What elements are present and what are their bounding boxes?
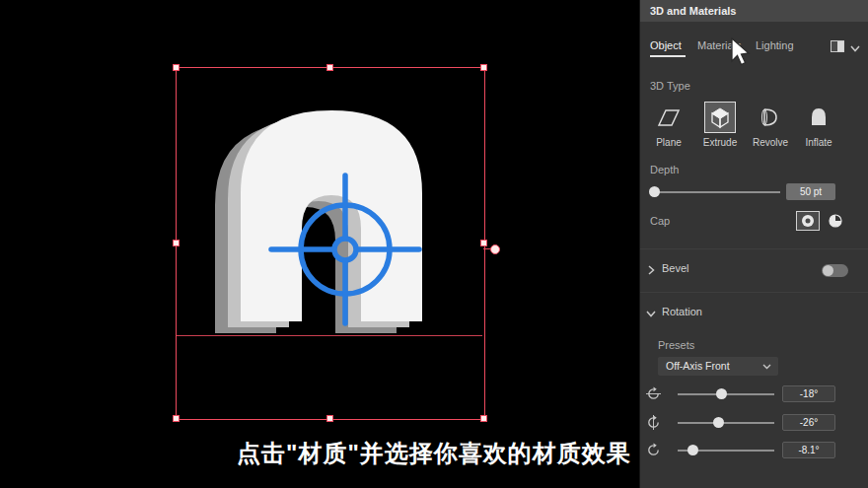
tab-object[interactable]: Object <box>650 39 682 51</box>
rotate-y-value-field[interactable]: -26° <box>782 414 835 431</box>
panel-chevron-down-icon[interactable] <box>850 45 860 52</box>
cap-solid-button[interactable] <box>796 211 820 231</box>
rotate-y-icon <box>646 415 661 430</box>
rotation-label: Rotation <box>662 306 702 317</box>
selection-inner-line <box>177 335 482 336</box>
selection-handle-middle-right[interactable] <box>480 240 487 246</box>
selection-handle-top-center[interactable] <box>326 64 333 71</box>
revolve-icon <box>759 105 782 129</box>
type-option-label: Extrude <box>697 137 743 148</box>
separator <box>640 292 868 293</box>
rotate-y-slider-track[interactable] <box>678 422 774 424</box>
depth-label: Depth <box>650 164 679 175</box>
type-option-revolve[interactable]: Revolve <box>748 102 793 148</box>
selection-handle-middle-left[interactable] <box>173 240 180 246</box>
bevel-toggle[interactable] <box>822 264 848 277</box>
rotate-x-icon <box>646 386 661 401</box>
inflate-icon <box>808 105 830 129</box>
cap-hollow-button[interactable] <box>824 211 847 231</box>
dropdown-chevron-down-icon <box>762 364 771 370</box>
type-option-inflate[interactable]: Inflate <box>796 102 841 148</box>
cap-hollow-icon <box>828 213 843 229</box>
depth-slider-row: 50 pt <box>640 183 868 201</box>
panel-title: 3D and Materials <box>650 0 736 22</box>
bevel-chevron-right-icon[interactable] <box>648 265 655 275</box>
artboard-canvas[interactable]: 点击"材质"并选择你喜欢的材质效果 <box>0 0 639 488</box>
type-option-label: Plane <box>646 137 691 148</box>
bevel-label: Bevel <box>662 262 689 274</box>
selection-bounding-box[interactable] <box>176 67 485 420</box>
rotate-x-row: -18° <box>640 385 868 403</box>
separator <box>640 248 868 249</box>
selection-handle-top-left[interactable] <box>173 64 180 71</box>
rotation-chevron-down-icon[interactable] <box>646 311 656 317</box>
depth-slider-track[interactable] <box>654 191 780 193</box>
panel-preview-icon[interactable] <box>831 40 845 53</box>
rotation-row: Rotation <box>640 304 868 323</box>
extrude-depth-handle[interactable] <box>490 244 500 254</box>
rotate-y-slider-thumb[interactable] <box>713 417 724 428</box>
rotate-z-icon <box>646 443 661 457</box>
panel-3d-and-materials: 3D and Materials Object Materials Lighti… <box>639 0 868 488</box>
selection-handle-bottom-center[interactable] <box>326 415 333 422</box>
extrude-icon <box>708 105 732 129</box>
plane-icon <box>656 106 682 128</box>
active-tab-underline <box>650 55 686 57</box>
bevel-row: Bevel <box>640 260 868 280</box>
presets-label: Presets <box>658 339 694 351</box>
depth-slider-thumb[interactable] <box>649 186 660 197</box>
bevel-toggle-knob <box>823 265 833 276</box>
tab-lighting[interactable]: Lighting <box>756 39 794 51</box>
cap-label: Cap <box>650 215 670 227</box>
cap-solid-icon <box>800 213 816 229</box>
selection-handle-bottom-right[interactable] <box>480 415 487 422</box>
depth-value-field[interactable]: 50 pt <box>786 183 835 200</box>
rotate-x-value-field[interactable]: -18° <box>782 385 835 402</box>
rotation-preset-value: Off-Axis Front <box>666 357 730 376</box>
rotation-preset-dropdown[interactable]: Off-Axis Front <box>658 357 778 376</box>
panel-header[interactable]: 3D and Materials <box>640 0 868 22</box>
type-section-label: 3D Type <box>650 80 690 92</box>
rotate-z-row: -8.1° <box>640 442 868 459</box>
type-option-label: Inflate <box>796 137 841 148</box>
cursor-pointer <box>730 37 752 67</box>
selection-handle-top-right[interactable] <box>480 64 487 71</box>
type-option-label: Revolve <box>748 137 793 148</box>
rotate-z-slider-thumb[interactable] <box>687 445 698 455</box>
rotate-y-row: -26° <box>640 414 868 432</box>
type-option-plane[interactable]: Plane <box>646 102 691 148</box>
rotate-x-slider-thumb[interactable] <box>716 388 727 399</box>
rotate-z-value-field[interactable]: -8.1° <box>782 442 835 458</box>
type-option-extrude[interactable]: Extrude <box>697 102 743 148</box>
selection-handle-bottom-left[interactable] <box>173 415 180 422</box>
